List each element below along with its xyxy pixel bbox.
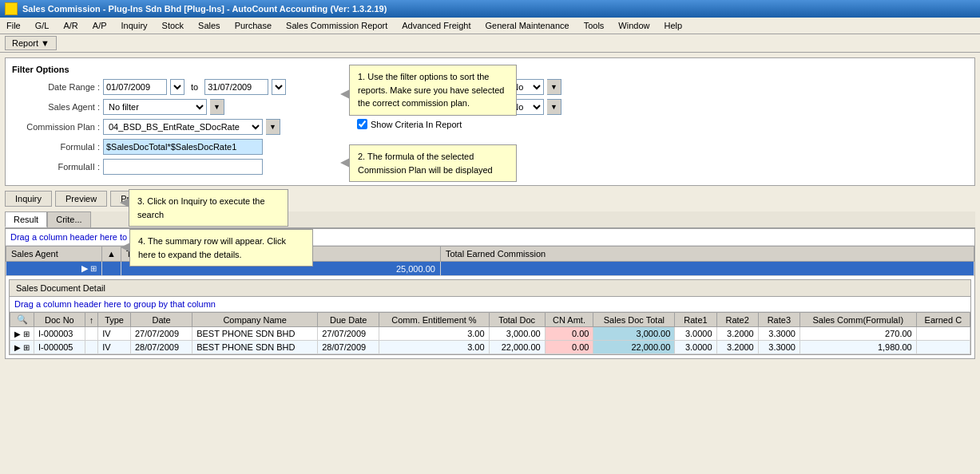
row-salesdoctotal: 22,000.00: [593, 341, 675, 354]
row-cnamt: 0.00: [545, 341, 593, 354]
menu-gl[interactable]: G/L: [32, 19, 53, 32]
show-criteria-label[interactable]: Show Criteria In Report: [357, 119, 462, 129]
detail-row: ▶ ⊞ I-000005 IV 28/07/2009 BEST PHONE SD…: [10, 341, 970, 354]
summary-expand[interactable]: ▶ ⊞: [6, 262, 102, 276]
formula-ii-input[interactable]: [103, 159, 263, 175]
preview-button[interactable]: Preview: [55, 191, 107, 207]
date-from-select[interactable]: ▼: [170, 79, 184, 95]
detail-section: Sales Document Detail Drag a column head…: [9, 279, 971, 355]
col-sort[interactable]: ▲: [102, 247, 121, 262]
row-expand[interactable]: ▶ ⊞: [10, 341, 34, 354]
menu-stock[interactable]: Stock: [159, 19, 188, 32]
detail-col-sort[interactable]: ↑: [85, 313, 98, 327]
menu-general-maintenance[interactable]: General Maintenance: [482, 19, 572, 32]
menu-file[interactable]: File: [3, 19, 24, 32]
detail-col-totaldoc[interactable]: Total Doc: [489, 313, 545, 327]
date-from-input[interactable]: [103, 79, 167, 95]
formula-i-label: FormulaI :: [12, 142, 100, 152]
detail-sort-arrow[interactable]: ▼: [547, 79, 561, 95]
commission-plan-row: Commission Plan : 04_BSD_BS_EntRate_SDoc…: [12, 119, 347, 135]
row-comm-ent: 3.00: [379, 327, 489, 341]
date-range-label: Date Range :: [12, 82, 100, 92]
sales-agent-label: Sales Agent :: [12, 102, 100, 112]
col-sales-agent[interactable]: Sales Agent: [6, 247, 102, 262]
col-total-commission[interactable]: Total Earned Commission: [440, 247, 974, 262]
row-cnamt: 0.00: [545, 327, 593, 341]
summary-blank: [102, 262, 121, 276]
report-toolbar-button[interactable]: Report ▼: [5, 36, 57, 50]
detail-col-search[interactable]: 🔍: [10, 313, 34, 327]
detail-col-type[interactable]: Type: [98, 313, 131, 327]
date-to-input[interactable]: [204, 79, 268, 95]
filter-options-title: Filter Options: [12, 65, 347, 74]
sales-agent-arrow[interactable]: ▼: [210, 99, 224, 115]
title-text: Sales Commission - Plug-Ins Sdn Bhd [Plu…: [22, 4, 387, 14]
results-area: Drag a column header here to group by th…: [5, 228, 975, 359]
detail-col-rate3[interactable]: Rate3: [758, 313, 799, 327]
detail-col-company[interactable]: Company Name: [192, 313, 318, 327]
row-type: IV: [98, 327, 131, 341]
commission-plan-label: Commission Plan :: [12, 122, 100, 132]
sales-agent-select[interactable]: No filter: [103, 99, 207, 115]
tab-criteria[interactable]: Crite...: [47, 211, 90, 227]
menu-advanced-freight[interactable]: Advanced Freight: [399, 19, 474, 32]
detail-col-duedate[interactable]: Due Date: [318, 313, 379, 327]
app-icon: [5, 2, 18, 15]
filter-section: Filter Options Date Range : ▼ to ▼ Sales…: [5, 57, 975, 186]
row-rate2: 3.2000: [716, 341, 758, 354]
detail-col-docno[interactable]: Doc No: [34, 313, 85, 327]
detail-col-rate1[interactable]: Rate1: [675, 313, 716, 327]
row-totaldoc: 3,000.00: [489, 327, 545, 341]
sub-detail-sort-arrow[interactable]: ▼: [547, 99, 561, 115]
row-expand[interactable]: ▶ ⊞: [10, 327, 34, 341]
tab-result[interactable]: Result: [5, 211, 47, 227]
row-salesdoctotal: 3,000.00: [593, 327, 675, 341]
date-to-select[interactable]: ▼: [272, 79, 286, 95]
show-criteria-checkbox[interactable]: [357, 119, 367, 129]
row-docno: I-000003: [34, 327, 85, 341]
expand-icon[interactable]: ▶: [81, 263, 88, 273]
row-company: BEST PHONE SDN BHD: [192, 327, 318, 341]
menu-window[interactable]: Window: [615, 19, 653, 32]
menu-tools[interactable]: Tools: [581, 19, 608, 32]
detail-col-cnamt[interactable]: CN Amt.: [545, 313, 593, 327]
detail-col-salescomm[interactable]: Sales Comm(FormulaI): [799, 313, 916, 327]
menu-sales[interactable]: Sales: [195, 19, 224, 32]
menu-help[interactable]: Help: [661, 19, 685, 32]
commission-plan-arrow[interactable]: ▼: [266, 119, 280, 135]
sales-agent-row: Sales Agent : No filter ▼: [12, 99, 347, 115]
row-type: IV: [98, 341, 131, 354]
toolbar: Report ▼: [0, 34, 980, 53]
formula-ii-label: FormulaII :: [12, 162, 100, 172]
row-date: 28/07/2009: [130, 341, 192, 354]
commission-plan-select[interactable]: 04_BSD_BS_EntRate_SDocRate: [103, 119, 263, 135]
menu-inquiry[interactable]: Inquiry: [118, 19, 151, 32]
callout-4-text: 4. The summary row will appear. Click he…: [138, 236, 286, 259]
callout-3-text: 3. Click on Inquiry to execute the searc…: [137, 196, 265, 219]
detail-col-date[interactable]: Date: [130, 313, 192, 327]
detail-col-earnedc[interactable]: Earned C: [916, 313, 970, 327]
detail-col-comm-ent[interactable]: Comm. Entitlement %: [379, 313, 489, 327]
callout-4: 4. The summary row will appear. Click he…: [129, 229, 313, 267]
row-sort: [85, 327, 98, 341]
detail-col-salesdoctotal[interactable]: Sales Doc Total: [593, 313, 675, 327]
row-docno: I-000005: [34, 341, 85, 354]
menu-purchase[interactable]: Purchase: [232, 19, 275, 32]
menu-bar: File G/L A/R A/P Inquiry Stock Sales Pur…: [0, 18, 980, 34]
menu-commission-report[interactable]: Sales Commission Report: [283, 19, 391, 32]
formula-i-row: FormulaI :: [12, 139, 347, 155]
row-rate3: 3.3000: [758, 327, 799, 341]
callout-1-text: 1. Use the filter options to sort the re…: [358, 72, 504, 108]
menu-ar[interactable]: A/R: [60, 19, 81, 32]
formula-i-input[interactable]: [103, 139, 263, 155]
row-earnedc: [916, 341, 970, 354]
menu-ap[interactable]: A/P: [89, 19, 110, 32]
inquiry-button[interactable]: Inquiry: [5, 191, 52, 207]
row-rate1: 3.0000: [675, 327, 716, 341]
action-buttons: Inquiry Preview Print Hide Options Close…: [5, 191, 975, 207]
to-label: to: [188, 82, 201, 92]
detail-col-rate2[interactable]: Rate2: [716, 313, 758, 327]
row-company: BEST PHONE SDN BHD: [192, 341, 318, 354]
row-rate1: 3.0000: [675, 341, 716, 354]
title-bar: Sales Commission - Plug-Ins Sdn Bhd [Plu…: [0, 0, 980, 18]
